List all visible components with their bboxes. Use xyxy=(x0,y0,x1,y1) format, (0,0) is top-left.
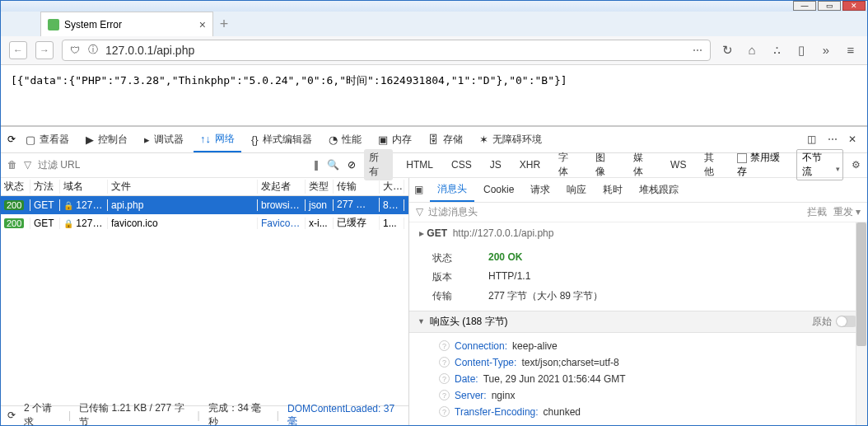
detail-tab-request[interactable]: 请求 xyxy=(523,178,558,203)
chip-icon: ▣ xyxy=(378,133,388,146)
ellipsis-icon[interactable]: ⋯ xyxy=(692,44,703,56)
settings-icon[interactable]: ⚙ xyxy=(852,159,861,171)
filter-headers-input[interactable]: 过滤消息头 xyxy=(428,205,478,219)
brush-icon: {} xyxy=(251,133,259,146)
help-icon[interactable]: ? xyxy=(439,406,450,417)
tab-network[interactable]: ↑↓网络 xyxy=(194,126,241,152)
request-line: ▸ GET http://127.0.0.1/api.php xyxy=(409,222,867,244)
tab-title: System Error xyxy=(64,19,194,30)
page-content: [{"data":{"PHP":"7.3.28","Thinkphp":"5.0… xyxy=(1,65,867,125)
help-icon[interactable]: ? xyxy=(439,340,450,351)
lock-icon: 🔒 xyxy=(63,219,73,228)
menu-icon[interactable]: ≡ xyxy=(842,43,859,57)
db-icon: 🗄 xyxy=(428,133,439,146)
detail-tab-cookies[interactable]: Cookie xyxy=(476,178,521,203)
network-row[interactable]: 200 GET 🔒 127.0... api.php browsin... js… xyxy=(1,196,408,214)
leaf-icon xyxy=(48,19,59,30)
tab-inspector[interactable]: ▢查看器 xyxy=(19,126,76,152)
help-icon[interactable]: ? xyxy=(439,357,450,367)
back-button[interactable]: ← xyxy=(9,41,27,59)
filter-media[interactable]: 媒体 xyxy=(628,149,657,180)
shield-icon: 🛡 xyxy=(69,44,81,56)
devtools-dock-icon[interactable]: ⟳ xyxy=(7,133,16,145)
network-icon: ↑↓ xyxy=(200,133,211,145)
pause-icon[interactable]: ‖ xyxy=(314,159,319,171)
console-icon: ▶ xyxy=(86,133,94,146)
response-header: ?Server: nginx xyxy=(419,387,857,404)
response-headers-section[interactable]: ▼ 响应头 (188 字节) 原始 xyxy=(409,311,867,333)
detail-tab-timing[interactable]: 耗时 xyxy=(595,178,630,203)
filter-font[interactable]: 字体 xyxy=(553,149,582,180)
filter-xhr[interactable]: XHR xyxy=(515,157,545,172)
address-bar[interactable]: 🛡 ⓘ 127.0.0.1/api.php ⋯ xyxy=(62,40,711,61)
filter-other[interactable]: 其他 xyxy=(699,149,728,180)
filter-icon[interactable]: ▽ xyxy=(24,159,31,171)
close-devtools-icon[interactable]: ✕ xyxy=(848,133,856,145)
disable-cache-checkbox[interactable]: 禁用缓存 xyxy=(737,151,788,179)
gauge-icon: ◔ xyxy=(329,133,338,146)
response-header: ?Content-Type: text/json;charset=utf-8 xyxy=(419,354,857,371)
search-icon[interactable]: 🔍 xyxy=(327,159,339,171)
lock-icon: 🔒 xyxy=(63,201,73,210)
home-button[interactable]: ⌂ xyxy=(744,43,760,57)
dock-side-icon[interactable]: ◫ xyxy=(807,133,816,145)
filter-css[interactable]: CSS xyxy=(446,157,477,172)
a11y-icon: ✶ xyxy=(479,133,488,146)
response-header: ?Transfer-Encoding: chunked xyxy=(419,404,857,420)
block-button[interactable]: 拦截 xyxy=(807,205,827,219)
network-table-header: 状态 方法 域名 文件 发起者 类型 传输 大小 xyxy=(1,178,408,196)
filter-img[interactable]: 图像 xyxy=(590,149,619,180)
tab-style[interactable]: {}样式编辑器 xyxy=(245,126,319,152)
filter-js[interactable]: JS xyxy=(485,157,506,172)
clear-icon[interactable]: 🗑 xyxy=(7,159,17,171)
detail-tab-stack[interactable]: 堆栈跟踪 xyxy=(632,178,686,203)
info-icon[interactable]: ⓘ xyxy=(87,43,99,57)
filter-html[interactable]: HTML xyxy=(401,157,438,172)
network-row[interactable]: 200 GET 🔒 127.0... favicon.ico FaviconL.… xyxy=(1,214,408,232)
tab-console[interactable]: ▶控制台 xyxy=(79,126,134,152)
funnel-icon: ▽ xyxy=(416,206,423,218)
bug-icon: ▸ xyxy=(144,133,150,146)
browser-tab[interactable]: System Error × xyxy=(40,12,213,36)
throttle-dropdown[interactable]: 不节流 xyxy=(796,149,843,180)
more-icon[interactable]: ⋯ xyxy=(828,133,838,145)
resend-button[interactable]: 重发 ▾ xyxy=(833,205,861,219)
refresh-icon[interactable]: ⟳ xyxy=(7,410,16,421)
filter-ws[interactable]: WS xyxy=(665,157,691,172)
library-icon[interactable]: ⛬ xyxy=(768,43,785,57)
new-tab-button[interactable]: + xyxy=(213,12,235,36)
response-header: ?Connection: keep-alive xyxy=(419,338,857,354)
help-icon[interactable]: ? xyxy=(439,390,450,400)
back-detail-icon[interactable]: ▣ xyxy=(414,184,423,195)
close-window-button[interactable]: ✕ xyxy=(842,1,866,11)
detail-tab-response[interactable]: 响应 xyxy=(559,178,594,203)
reload-button[interactable]: ↻ xyxy=(719,43,735,58)
help-icon[interactable]: ? xyxy=(439,373,450,384)
filter-url-input[interactable] xyxy=(38,157,307,173)
filter-all[interactable]: 所有 xyxy=(364,149,393,180)
network-footer: ⟳ 2 个请求| 已传输 1.21 KB / 277 字节| 完成：34 毫秒|… xyxy=(1,405,408,425)
response-header: ?Date: Tue, 29 Jun 2021 01:56:44 GMT xyxy=(419,371,857,387)
chevron-icon[interactable]: » xyxy=(818,43,834,57)
scrollbar[interactable] xyxy=(856,222,867,425)
box-icon: ▢ xyxy=(26,133,35,146)
twisty-icon: ▼ xyxy=(418,317,425,325)
url-text: 127.0.0.1/api.php xyxy=(105,44,685,57)
detail-tab-headers[interactable]: 消息头 xyxy=(430,178,474,203)
block-icon[interactable]: ⊘ xyxy=(348,159,356,171)
close-tab-icon[interactable]: × xyxy=(199,18,206,31)
minimize-button[interactable]: — xyxy=(793,1,816,11)
forward-button[interactable]: → xyxy=(35,41,54,59)
tab-debugger[interactable]: ▸调试器 xyxy=(138,126,190,152)
sidebar-icon[interactable]: ▯ xyxy=(793,43,810,58)
maximize-button[interactable]: ▭ xyxy=(818,1,841,11)
